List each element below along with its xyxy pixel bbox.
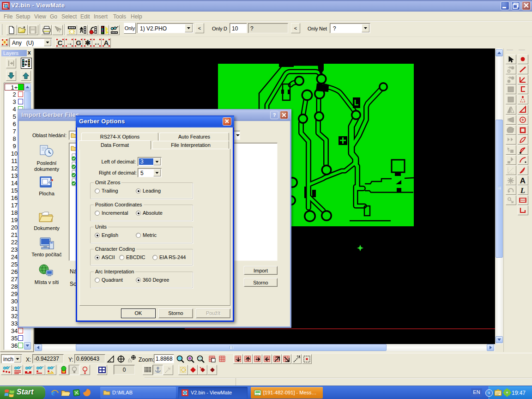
svg-text:C: C — [58, 39, 63, 47]
svg-text:L: L — [520, 186, 525, 194]
svg-text:↔: ↔ — [94, 39, 101, 47]
svg-text:A: A — [520, 176, 526, 185]
svg-text:✱: ✱ — [85, 39, 91, 47]
svg-text:?: ? — [58, 27, 61, 34]
svg-text:e: e — [51, 388, 55, 397]
svg-text:G: G — [76, 39, 81, 47]
svg-text:A: A — [104, 39, 109, 47]
svg-text:→: → — [66, 39, 73, 47]
